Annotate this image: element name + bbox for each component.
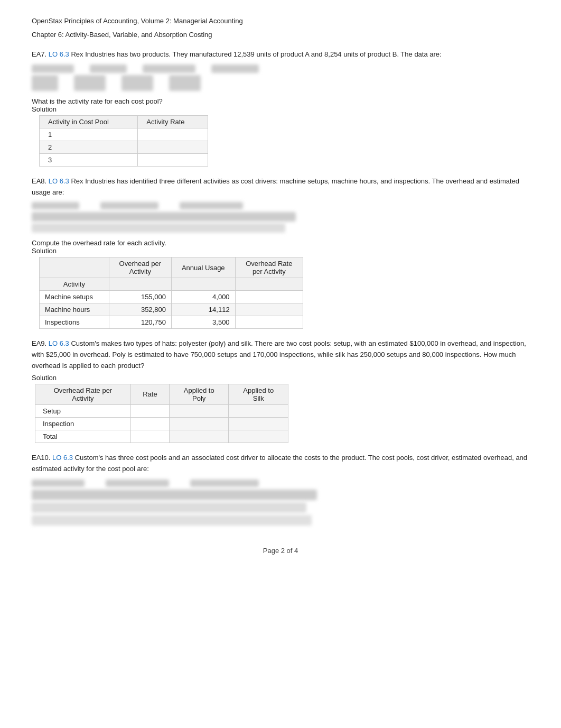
ea7-row2-col1: 2: [40, 141, 138, 153]
ea9-row3-activity: Total: [35, 430, 131, 443]
ea8-solution-label: Solution: [32, 247, 529, 255]
ea7-row1-col2: [138, 128, 208, 141]
ea8-section: EA8. LO 6.3 Rex Industries has identifie…: [32, 176, 529, 329]
page-footer: Page 2 of 4: [32, 547, 529, 555]
ea9-col3-header: Applied toPoly: [169, 384, 228, 404]
table-row: Inspection: [35, 417, 288, 430]
ea7-col1-header: Activity in Cost Pool: [40, 115, 138, 128]
ea8-lo-link[interactable]: LO 6.3: [49, 177, 69, 185]
ea7-blurred-data-image: [32, 64, 529, 91]
ea7-row1-col1: 1: [40, 128, 138, 141]
ea8-question-label: Compute the overhead rate for each activ…: [32, 239, 166, 247]
ea9-row1-silk: [229, 404, 288, 417]
ea9-col2-header: Rate: [130, 384, 169, 404]
ea8-activity-col-label: Activity: [40, 278, 109, 291]
ea8-row3-usage: 3,500: [171, 316, 235, 329]
ea7-text: Rex Industries has two products. They ma…: [71, 50, 441, 58]
ea9-solution-table: Overhead Rate per Activity Rate Applied …: [35, 384, 288, 443]
ea9-row2-activity: Inspection: [35, 417, 131, 430]
ea10-question-text: EA10. LO 6.3 Custom's has three cost poo…: [32, 453, 529, 475]
ea7-question: What is the activity rate for each cost …: [32, 97, 529, 105]
ea7-table-header-row: Activity in Cost Pool Activity Rate: [40, 115, 208, 128]
table-row: 3: [40, 153, 208, 166]
ea9-col4-header: Applied toSilk: [229, 384, 288, 404]
ea9-lo-link[interactable]: LO 6.3: [49, 339, 69, 347]
ea10-number: EA10.: [32, 454, 50, 462]
ea8-text: Rex Industries has identified three diff…: [32, 177, 519, 196]
ea7-section: EA7. LO 6.3 Rex Industries has two produ…: [32, 49, 529, 167]
ea8-row1-overhead: 155,000: [109, 291, 171, 303]
table-row: Inspections 120,750 3,500: [40, 316, 303, 329]
page-number: Page 2 of 4: [263, 547, 298, 555]
ea7-question-label: What is the activity rate for each cost …: [32, 97, 163, 105]
table-row: Machine hours 352,800 14,112: [40, 303, 303, 316]
ea8-row1-usage: 4,000: [171, 291, 235, 303]
ea10-text: Custom's has three cost pools and an ass…: [32, 454, 527, 473]
ea9-row3-poly: [169, 430, 228, 443]
ea8-rate-header: Overhead Rate per Activity: [235, 257, 303, 278]
ea8-table-header-row: Overhead per Activity Annual Usage Overh…: [40, 257, 303, 278]
ea8-row1-rate: [235, 291, 303, 303]
ea9-row1-activity: Setup: [35, 404, 131, 417]
ea7-solution-table: Activity in Cost Pool Activity Rate 1 2 …: [39, 115, 208, 167]
ea9-row1-poly: [169, 404, 228, 417]
table-row: Setup: [35, 404, 288, 417]
ea9-row3-rate: [130, 430, 169, 443]
ea9-col1-header: Overhead Rate per Activity: [35, 384, 131, 404]
table-row: 1: [40, 128, 208, 141]
ea7-lo-link[interactable]: LO 6.3: [49, 50, 69, 58]
ea8-row3-activity: Inspections: [40, 316, 109, 329]
ea8-overhead-header: Overhead per Activity: [109, 257, 171, 278]
ea9-section: EA9. LO 6.3 Custom's makes two types of …: [32, 338, 529, 443]
header-line1: OpenStax Principles of Accounting, Volum…: [32, 16, 529, 26]
ea10-blurred-data-image: [32, 480, 529, 526]
ea8-blurred-data-image: [32, 202, 529, 233]
ea8-activity-header-spacer: [109, 278, 171, 291]
ea8-question-text: EA8. LO 6.3 Rex Industries has identifie…: [32, 176, 529, 198]
ea7-row3-col2: [138, 153, 208, 166]
table-row: 2: [40, 141, 208, 153]
ea8-row3-overhead: 120,750: [109, 316, 171, 329]
ea9-row2-silk: [229, 417, 288, 430]
ea9-table-header-row: Overhead Rate per Activity Rate Applied …: [35, 384, 288, 404]
ea8-empty-header: [40, 257, 109, 278]
ea8-row3-rate: [235, 316, 303, 329]
ea9-number: EA9.: [32, 339, 46, 347]
ea8-row2-activity: Machine hours: [40, 303, 109, 316]
ea8-usage-header: Annual Usage: [171, 257, 235, 278]
ea7-question-text: EA7. LO 6.3 Rex Industries has two produ…: [32, 49, 529, 60]
ea8-number: EA8.: [32, 177, 46, 185]
table-row: Total: [35, 430, 288, 443]
ea9-solution-label: Solution: [32, 374, 529, 382]
ea7-col2-header: Activity Rate: [138, 115, 208, 128]
ea9-row1-rate: [130, 404, 169, 417]
ea7-solution-label: Solution: [32, 105, 529, 113]
ea8-row2-usage: 14,112: [171, 303, 235, 316]
ea8-row1-activity: Machine setups: [40, 291, 109, 303]
ea8-row2-rate: [235, 303, 303, 316]
ea10-lo-link[interactable]: LO 6.3: [52, 454, 73, 462]
header-line2: Chapter 6: Activity-Based, Variable, and…: [32, 30, 529, 40]
ea9-text: Custom's makes two types of hats: polyes…: [32, 339, 526, 370]
ea9-row2-rate: [130, 417, 169, 430]
ea7-row2-col2: [138, 141, 208, 153]
ea7-number: EA7.: [32, 50, 46, 58]
ea9-row2-poly: [169, 417, 228, 430]
ea8-activity-header-row: Activity: [40, 278, 303, 291]
ea8-question: Compute the overhead rate for each activ…: [32, 239, 529, 247]
ea8-row2-overhead: 352,800: [109, 303, 171, 316]
ea9-row3-silk: [229, 430, 288, 443]
ea7-row3-col1: 3: [40, 153, 138, 166]
ea10-section: EA10. LO 6.3 Custom's has three cost poo…: [32, 453, 529, 526]
table-row: Machine setups 155,000 4,000: [40, 291, 303, 303]
ea8-solution-table: Overhead per Activity Annual Usage Overh…: [39, 257, 303, 329]
ea9-question-text: EA9. LO 6.3 Custom's makes two types of …: [32, 338, 529, 371]
document-header: OpenStax Principles of Accounting, Volum…: [32, 16, 529, 40]
